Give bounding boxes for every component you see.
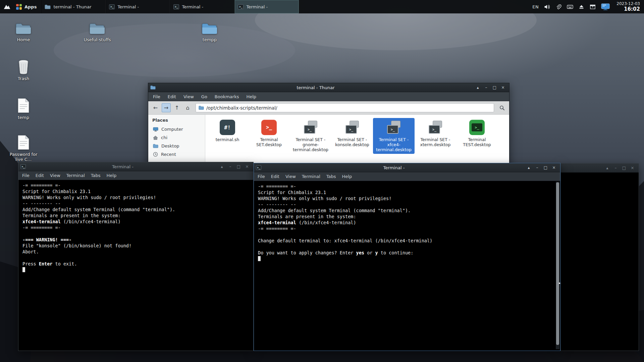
minimize-button[interactable]: – xyxy=(482,85,490,90)
minimize-button[interactable]: – xyxy=(611,166,620,170)
menu-help[interactable]: Help xyxy=(246,94,256,99)
file-item-set-xfce4-terminal-selected[interactable]: >_ Terminal SET - xfce4-terminal.desktop xyxy=(373,118,415,154)
volume-icon[interactable] xyxy=(544,4,550,10)
script-file-icon: #! xyxy=(220,120,235,135)
menu-view[interactable]: View xyxy=(285,174,296,179)
menu-view[interactable]: View xyxy=(183,94,194,99)
sidebar-item-chi[interactable]: chi xyxy=(148,133,205,142)
forward-button[interactable]: → xyxy=(162,103,171,112)
maximize-button[interactable]: □ xyxy=(620,166,628,170)
terminal-line xyxy=(22,231,249,237)
menu-edit[interactable]: Edit xyxy=(36,173,44,178)
terminal-titlebar[interactable]: >_ Terminal - ▴ – □ × xyxy=(254,163,560,172)
menu-tabs[interactable]: Tabs xyxy=(91,173,101,178)
eject-icon[interactable] xyxy=(579,4,584,9)
minimize-button[interactable]: – xyxy=(226,164,234,169)
display-icon[interactable] xyxy=(601,3,610,10)
menu-tabs[interactable]: Tabs xyxy=(326,174,336,179)
close-button[interactable]: × xyxy=(550,165,558,170)
shade-button[interactable]: ▴ xyxy=(218,164,226,169)
attachment-icon[interactable] xyxy=(556,4,561,10)
maximize-button[interactable]: □ xyxy=(541,165,550,170)
taskbar-item-terminal-2[interactable]: >_ Terminal - xyxy=(170,0,234,13)
sidebar-item-desktop[interactable]: Desktop xyxy=(148,142,205,150)
terminal-line: Change default terminal to: xfce4-termin… xyxy=(258,238,556,244)
file-item-terminal-sh[interactable]: #! terminal.sh xyxy=(207,118,248,144)
home-button[interactable]: ⌂ xyxy=(183,103,192,112)
up-button[interactable]: ↑ xyxy=(172,103,181,112)
terminal-line: -= ======== =- xyxy=(22,225,249,231)
taskbar-item-label: Terminal - xyxy=(182,4,203,9)
taskbar-item-label: terminal - Thunar xyxy=(53,4,91,9)
desktop-icon-useful-stuffs[interactable]: Useful-stuffs xyxy=(80,22,114,42)
menu-terminal[interactable]: Terminal xyxy=(302,174,320,179)
minimize-button[interactable]: – xyxy=(533,165,541,170)
close-button[interactable]: × xyxy=(499,85,507,90)
menu-go[interactable]: Go xyxy=(201,94,207,99)
menu-file[interactable]: File xyxy=(258,174,265,179)
menu-terminal[interactable]: Terminal xyxy=(66,173,85,178)
keyboard-icon[interactable] xyxy=(567,4,573,9)
terminal-scrollbar[interactable] xyxy=(556,182,559,349)
path-folder-icon xyxy=(199,106,204,110)
sidebar-item-label: Recent xyxy=(161,152,176,157)
close-button[interactable]: × xyxy=(243,164,251,169)
panel-clock[interactable]: 2023-12-03 16:02 xyxy=(615,1,640,12)
menu-edit[interactable]: Edit xyxy=(271,174,279,179)
dual-terminal-icon: >_ xyxy=(428,120,443,135)
desktop-icon-trash[interactable]: Trash xyxy=(7,59,40,81)
thunar-titlebar[interactable]: terminal - Thunar ▴ – □ × xyxy=(148,83,509,92)
shade-button[interactable]: ▴ xyxy=(603,166,611,170)
menu-view[interactable]: View xyxy=(50,173,60,178)
clock-date: 2023-12-03 xyxy=(616,1,640,6)
terminal-line: Add/Change default system Terminal (comm… xyxy=(22,206,249,213)
apps-menu-button[interactable]: Apps xyxy=(14,0,41,13)
sidebar-item-computer[interactable]: Computer xyxy=(148,125,205,133)
menu-help[interactable]: Help xyxy=(342,174,352,179)
terminal-cursor xyxy=(22,267,25,272)
apps-label: Apps xyxy=(24,4,37,9)
terminal-line: Do you want to apply changes? Enter yes … xyxy=(258,250,556,256)
file-item-set-xterm[interactable]: >_ Terminal SET - xterm.desktop xyxy=(415,118,456,149)
search-button[interactable] xyxy=(497,103,506,112)
close-button[interactable]: × xyxy=(628,166,637,170)
menu-file[interactable]: File xyxy=(153,94,160,99)
terminal-titlebar[interactable]: ▴ – □ × xyxy=(561,164,639,173)
terminal-window-background: ▴ – □ × xyxy=(560,163,639,351)
apps-grid-icon xyxy=(16,4,22,10)
folder-icon xyxy=(15,22,32,36)
file-item-set-konsole[interactable]: >_ Terminal SET - konsole.desktop xyxy=(331,118,373,149)
back-button[interactable]: ← xyxy=(151,103,160,112)
desktop-icon-tempp[interactable]: tempp xyxy=(193,22,226,42)
desktop-icon-temp[interactable]: temp xyxy=(7,98,40,120)
file-item-set-gnome-terminal[interactable]: >_ Terminal SET - gnome-terminal.desktop xyxy=(290,118,331,154)
file-item-terminal-test[interactable]: >_ Terminal TEST.desktop xyxy=(456,118,498,149)
shade-button[interactable]: ▴ xyxy=(474,85,482,90)
taskbar-item-thunar[interactable]: terminal - Thunar xyxy=(41,0,106,13)
sidebar-item-recent[interactable]: Recent xyxy=(148,150,205,159)
menu-bookmarks[interactable]: Bookmarks xyxy=(215,94,239,99)
path-entry[interactable]: /opt/chimbalix-scripts/terminal/ xyxy=(196,103,494,112)
terminal-content[interactable] xyxy=(561,173,639,177)
terminal-titlebar[interactable]: >_ Terminal - ▴ – □ × xyxy=(18,162,253,171)
language-indicator[interactable]: EN xyxy=(532,4,539,9)
menu-edit[interactable]: Edit xyxy=(168,94,176,99)
terminal-content[interactable]: -= ======== =-Script for Chimbalix 23.1W… xyxy=(254,181,560,264)
taskbar-item-terminal-1[interactable]: >_ Terminal - xyxy=(106,0,170,13)
terminal-content[interactable]: -= ======== =-Script for Chimbalix 23.1W… xyxy=(18,180,253,275)
terminal-menubar: File Edit View Terminal Tabs Help xyxy=(254,172,560,181)
menu-file[interactable]: File xyxy=(22,173,30,178)
taskbar-item-terminal-3-active[interactable]: >_ Terminal - xyxy=(234,0,299,13)
maximize-button[interactable]: □ xyxy=(234,164,243,169)
desktop-icon-label: tempp xyxy=(203,37,217,42)
desktop-icon-password-file[interactable]: Password for live C... xyxy=(7,135,40,162)
maximize-button[interactable]: □ xyxy=(490,85,499,90)
file-item-terminal-set[interactable]: >_ Terminal SET.desktop xyxy=(248,118,290,149)
software-box-icon[interactable] xyxy=(590,4,596,9)
scrollbar-thumb[interactable] xyxy=(556,182,559,345)
menu-help[interactable]: Help xyxy=(107,173,117,178)
shade-button[interactable]: ▴ xyxy=(525,165,533,170)
top-panel: Apps terminal - Thunar >_ Terminal - >_ … xyxy=(0,0,644,13)
distro-logo-icon[interactable] xyxy=(0,0,14,13)
desktop-icon-home[interactable]: Home xyxy=(7,22,40,42)
